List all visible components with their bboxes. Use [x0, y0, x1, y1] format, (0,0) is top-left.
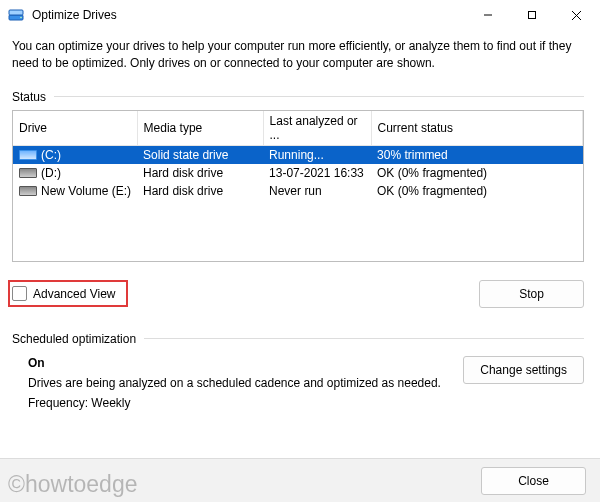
title-bar: Optimize Drives — [0, 0, 600, 30]
svg-rect-4 — [529, 12, 536, 19]
drive-icon — [19, 186, 37, 196]
drive-last: 13-07-2021 16:33 — [263, 164, 371, 182]
intro-text: You can optimize your drives to help you… — [12, 38, 584, 72]
drive-name: (C:) — [41, 148, 61, 162]
advanced-view-checkbox[interactable] — [12, 286, 27, 301]
drive-last: Never run — [263, 182, 371, 200]
drive-name: New Volume (E:) — [41, 184, 131, 198]
drive-media: Hard disk drive — [137, 164, 263, 182]
advanced-view-highlight: Advanced View — [8, 280, 128, 307]
drive-icon — [19, 168, 37, 178]
close-window-button[interactable] — [554, 0, 598, 30]
table-header-row[interactable]: Drive Media type Last analyzed or ... Cu… — [13, 111, 583, 146]
col-last[interactable]: Last analyzed or ... — [263, 111, 371, 146]
svg-point-2 — [20, 17, 22, 19]
svg-rect-1 — [9, 10, 23, 15]
scheduled-state: On — [28, 356, 463, 370]
status-section-label: Status — [12, 90, 584, 104]
table-row[interactable]: New Volume (E:)Hard disk driveNever runO… — [13, 182, 583, 200]
advanced-view-label[interactable]: Advanced View — [33, 287, 116, 301]
divider — [144, 338, 584, 339]
table-row[interactable]: (D:)Hard disk drive13-07-2021 16:33OK (0… — [13, 164, 583, 182]
col-status[interactable]: Current status — [371, 111, 582, 146]
scheduled-frequency: Frequency: Weekly — [28, 396, 463, 410]
scheduled-heading: Scheduled optimization — [12, 332, 136, 346]
close-button[interactable]: Close — [481, 467, 586, 495]
maximize-button[interactable] — [510, 0, 554, 30]
minimize-button[interactable] — [466, 0, 510, 30]
drives-table[interactable]: Drive Media type Last analyzed or ... Cu… — [12, 110, 584, 262]
col-drive[interactable]: Drive — [13, 111, 137, 146]
scheduled-section-label: Scheduled optimization — [12, 332, 584, 346]
scheduled-desc: Drives are being analyzed on a scheduled… — [28, 376, 463, 390]
status-label-text: Status — [12, 90, 46, 104]
drive-status: 30% trimmed — [371, 145, 582, 164]
app-icon — [8, 7, 24, 23]
col-media[interactable]: Media type — [137, 111, 263, 146]
table-row[interactable]: (C:)Solid state driveRunning...30% trimm… — [13, 145, 583, 164]
drive-icon — [19, 150, 37, 160]
footer-bar: Close — [0, 458, 600, 502]
drive-status: OK (0% fragmented) — [371, 164, 582, 182]
stop-button[interactable]: Stop — [479, 280, 584, 308]
drive-name: (D:) — [41, 166, 61, 180]
drive-status: OK (0% fragmented) — [371, 182, 582, 200]
drive-media: Hard disk drive — [137, 182, 263, 200]
drive-media: Solid state drive — [137, 145, 263, 164]
drive-last: Running... — [263, 145, 371, 164]
divider — [54, 96, 584, 97]
window-title: Optimize Drives — [32, 8, 466, 22]
change-settings-button[interactable]: Change settings — [463, 356, 584, 384]
